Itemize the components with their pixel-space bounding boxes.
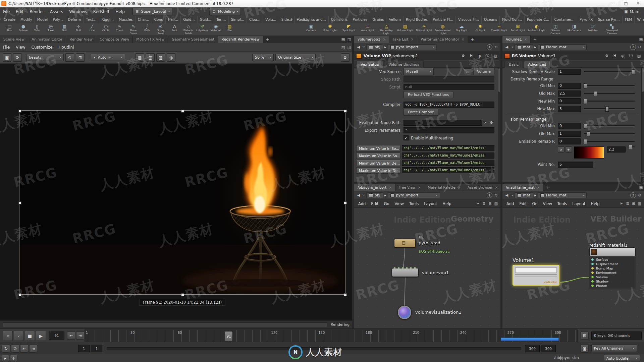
menu-item[interactable]: Tools [407, 201, 421, 206]
parm-sliders-icon[interactable]: ⚙ [460, 53, 466, 59]
param-slider[interactable] [584, 141, 635, 142]
loop-mode-button[interactable]: ↻ [2, 345, 10, 353]
realtime-toggle-button[interactable]: ⊙ [11, 345, 19, 353]
pane-tab[interactable]: Render View [66, 36, 96, 43]
shelf-tab[interactable]: Cons [152, 16, 166, 23]
mat-network-canvas[interactable]: Indie Edition VEX Builder Volume1 outCol… [502, 208, 644, 328]
shelf-tool[interactable]: ∫ Path [140, 24, 154, 32]
menu-item[interactable]: Go [530, 201, 540, 206]
param-slider[interactable] [584, 71, 635, 72]
shelf-tool[interactable]: □ Box [3, 24, 16, 32]
list-icon[interactable]: ≣ [625, 201, 631, 207]
menu-item[interactable]: File [0, 9, 13, 14]
param-tab[interactable]: Advanced [524, 61, 550, 68]
shelf-tab[interactable]: Char... [136, 16, 152, 23]
pane-tab[interactable]: volumevop1 [354, 36, 389, 43]
pane-tab[interactable]: /mat/Flame_mat [502, 184, 543, 191]
zoom-level-select[interactable]: 50 % [252, 54, 274, 61]
select-tool-icon[interactable]: ▸ [2, 355, 9, 361]
pane-tab[interactable]: Volume1 [502, 36, 531, 43]
back-icon[interactable]: ◀ [356, 192, 362, 198]
param-value-field[interactable]: 0 [558, 83, 581, 89]
lock-range-icon[interactable]: ▣ [581, 345, 589, 353]
menu-item[interactable]: Go [381, 201, 392, 206]
minimize-button[interactable]: – [608, 0, 620, 7]
pane-options-icon[interactable]: ▤ [340, 44, 346, 50]
param-tab[interactable]: Volume Bindings [384, 61, 424, 68]
pane-menu-icon[interactable]: ▤ [636, 53, 642, 59]
shelf-tab[interactable]: Container... [552, 16, 577, 23]
shelf-tool[interactable]: ⊞ Portal Light [508, 24, 527, 32]
menu-item[interactable]: Layout [570, 201, 588, 206]
compare-icon[interactable]: ▥ [156, 53, 165, 62]
crop-handle[interactable] [181, 110, 184, 113]
shelf-tab[interactable]: Vellum [386, 16, 404, 23]
shelf-tab[interactable]: Lights and... [302, 16, 329, 23]
shelf-tab[interactable]: Oceans [482, 16, 500, 23]
multithreading-checkbox[interactable]: ✓ [404, 135, 409, 140]
param-slider[interactable] [584, 93, 635, 94]
shelf-tab[interactable]: Deform [65, 16, 84, 23]
material-input-row[interactable]: Surface [589, 257, 636, 262]
shelf-tool[interactable]: ▣ Camera [302, 24, 321, 32]
scrollbar[interactable] [498, 68, 500, 182]
shelf-tab[interactable]: Riggi... [99, 16, 116, 23]
shelf-tab[interactable]: Particle Fl... [430, 16, 456, 23]
shelf-tab[interactable]: Sparse Pyr... [595, 16, 622, 23]
node-name-field[interactable]: volumevop1 [393, 54, 458, 58]
force-compile-button[interactable]: Force Compile [404, 109, 438, 116]
back-icon[interactable]: ◀ [356, 44, 362, 50]
obj-network-canvas[interactable]: Indie Edition Geometry ▤ File pyro_read … [354, 208, 500, 328]
grid-icon[interactable]: ⊞ [487, 201, 493, 207]
prev-key-button[interactable]: ⇤ [67, 331, 75, 340]
breadcrumb-node[interactable]: Flame_mat ▾ [538, 44, 587, 50]
crop-handle[interactable] [344, 201, 347, 204]
shelf-tool[interactable]: Ψ L-System [195, 24, 209, 32]
pin-icon[interactable]: ⊙ [493, 44, 499, 50]
shelf-tab[interactable]: Create [1, 16, 18, 23]
menu-item[interactable]: Help [112, 9, 127, 14]
menu-item[interactable]: View [13, 45, 28, 50]
menu-item[interactable]: Render [26, 9, 47, 14]
new-tab-button[interactable]: + [543, 185, 552, 190]
menu-item[interactable]: View [540, 201, 555, 206]
link-badge[interactable]: 1 [487, 44, 492, 50]
crop-handle[interactable] [344, 110, 347, 113]
menu-item[interactable]: Add [356, 201, 368, 206]
render-settings-gear-icon[interactable]: ⚙ [341, 53, 350, 62]
param-value-field[interactable]: 0 [558, 123, 581, 129]
shop-path-field[interactable] [404, 76, 494, 82]
menu-item[interactable]: Houdini [56, 45, 77, 50]
keyframe-options-icon[interactable]: ⊞ [581, 331, 589, 340]
shelf-tab[interactable]: Terr... [214, 16, 229, 23]
pin-icon[interactable]: ⊙ [637, 44, 643, 50]
node-redshift-material[interactable] [589, 247, 636, 256]
shelf-tool[interactable]: ▚ Gamepad Camera [602, 24, 621, 35]
crop-handle[interactable] [18, 110, 21, 113]
shelf-tool[interactable]: ▭ Area Light [358, 24, 377, 32]
shelf-tool[interactable]: ◐ Ambient Light [527, 24, 546, 32]
render-pass-select[interactable]: beauty [26, 54, 64, 61]
script-field[interactable]: null [404, 84, 494, 90]
new-tab-button[interactable]: + [263, 37, 272, 42]
shelf-tab[interactable]: Guid... [198, 16, 214, 23]
node-name-label[interactable]: volumevop1 [422, 270, 449, 275]
crop-handle[interactable] [181, 293, 184, 296]
param-value-field[interactable]: 1 [558, 131, 581, 137]
split-pane-icon[interactable]: ◫ [346, 37, 352, 43]
shelf-tool[interactable]: ✸ GI Light [471, 24, 490, 32]
node-chooser-icon[interactable]: ⊙ [488, 120, 494, 126]
parm-sliders-icon[interactable]: ⚙ [604, 53, 610, 59]
param-value-field[interactable]: 1 [558, 69, 581, 75]
pane-tab[interactable]: Geometry Spreadsheet [168, 36, 218, 43]
shelf-tool[interactable]: ◍ Environment Light [433, 24, 452, 35]
history-dropdown-icon[interactable]: ▾ [511, 44, 514, 50]
shelf-tool[interactable]: ◇ Platonic Solids [181, 24, 195, 35]
shelf-tab[interactable]: Poly... [50, 16, 65, 23]
new-tab-button[interactable]: + [468, 37, 477, 42]
shelf-tab[interactable]: Text... [84, 16, 99, 23]
layers-icon[interactable]: ▥ [637, 201, 643, 207]
shelf-tab[interactable]: Volu... [263, 16, 279, 23]
channels-icon[interactable]: ⊞ [76, 53, 85, 62]
shelf-tool[interactable]: ● Sphere [16, 24, 30, 32]
